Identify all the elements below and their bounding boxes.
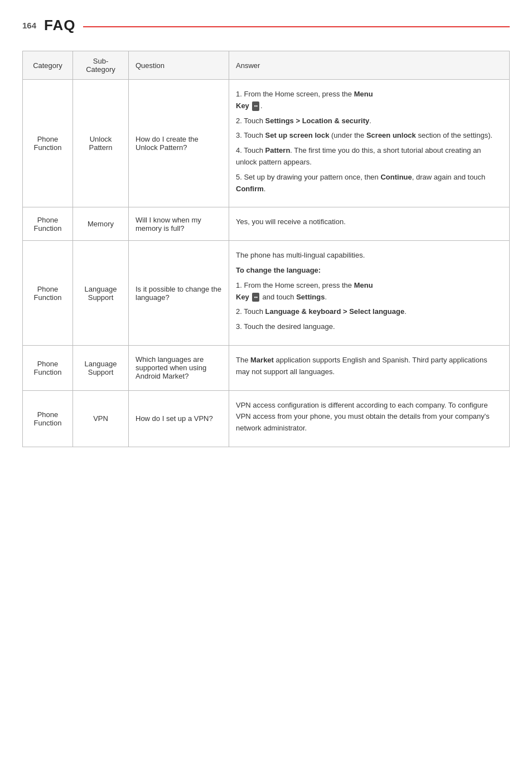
category-cell: PhoneFunction <box>23 80 73 207</box>
bold-text: Pattern <box>265 146 291 154</box>
answer-line: 1. From the Home screen, press the MenuK… <box>236 89 502 112</box>
page-title: FAQ <box>44 17 75 34</box>
bold-text: Set up screen lock <box>265 131 330 139</box>
answer-cell: VPN access configuration is different ac… <box>229 390 510 447</box>
question-cell: Will I know when my memory is full? <box>129 207 229 241</box>
bold-text: Settings > Location & security <box>265 117 370 125</box>
answer-line: 2. Touch Language & keyboard > Select la… <box>236 306 502 318</box>
bold-text: Confirm <box>236 185 264 193</box>
category-cell: PhoneFunction <box>23 390 73 447</box>
subcategory-cell: UnlockPattern <box>73 80 129 207</box>
col-header-question: Question <box>129 51 229 80</box>
answer-line: VPN access configuration is different ac… <box>236 400 502 434</box>
table-row: PhoneFunction Memory Will I know when my… <box>23 207 510 241</box>
category-cell: PhoneFunction <box>23 345 73 390</box>
bold-text: Settings <box>296 293 325 301</box>
answer-cell: The Market application supports English … <box>229 345 510 390</box>
bold-text: Screen unlock <box>366 131 416 139</box>
col-header-subcategory: Sub-Category <box>73 51 129 80</box>
question-cell: How do I create the Unlock Pattern? <box>129 80 229 207</box>
faq-table: Category Sub-Category Question Answer Ph… <box>22 51 510 447</box>
menu-icon: ▪▪ <box>252 293 259 302</box>
table-row: PhoneFunction UnlockPattern How do I cre… <box>23 80 510 207</box>
page-number: 164 <box>22 21 36 30</box>
answer-line: 3. Touch the desired language. <box>236 321 502 333</box>
bold-text: Language & keyboard > Select language <box>265 307 405 316</box>
answer-cell: Yes, you will receive a notification. <box>229 207 510 241</box>
bold-text: Market <box>250 356 274 364</box>
answer-line: To change the language: <box>236 265 502 277</box>
answer-line: 1. From the Home screen, press the MenuK… <box>236 280 502 303</box>
question-cell: Which languages are supported when using… <box>129 345 229 390</box>
page-header: 164 FAQ <box>22 17 510 37</box>
category-cell: PhoneFunction <box>23 207 73 241</box>
col-header-answer: Answer <box>229 51 510 80</box>
table-row: PhoneFunction VPN How do I set up a VPN?… <box>23 390 510 447</box>
question-cell: How do I set up a VPN? <box>129 390 229 447</box>
answer-cell: 1. From the Home screen, press the MenuK… <box>229 80 510 207</box>
answer-cell: The phone has multi-lingual capabilities… <box>229 241 510 346</box>
table-row: PhoneFunction LanguageSupport Is it poss… <box>23 241 510 346</box>
bold-text: Continue <box>380 173 412 181</box>
answer-line: 4. Touch Pattern. The first time you do … <box>236 145 502 168</box>
category-cell: PhoneFunction <box>23 241 73 346</box>
subcategory-cell: VPN <box>73 390 129 447</box>
subcategory-cell: LanguageSupport <box>73 345 129 390</box>
answer-line: The Market application supports English … <box>236 355 502 378</box>
answer-line: 3. Touch Set up screen lock (under the S… <box>236 130 502 142</box>
subcategory-cell: Memory <box>73 207 129 241</box>
col-header-category: Category <box>23 51 73 80</box>
question-cell: Is it possible to change the language? <box>129 241 229 346</box>
bold-text: To change the language: <box>236 266 321 274</box>
answer-line: The phone has multi-lingual capabilities… <box>236 250 502 262</box>
answer-line: 2. Touch Settings > Location & security. <box>236 115 502 127</box>
table-header-row: Category Sub-Category Question Answer <box>23 51 510 80</box>
menu-icon: ▪▪ <box>252 101 259 110</box>
table-row: PhoneFunction LanguageSupport Which lang… <box>23 345 510 390</box>
subcategory-cell: LanguageSupport <box>73 241 129 346</box>
answer-line: Yes, you will receive a notification. <box>236 216 502 228</box>
answer-line: 5. Set up by drawing your pattern once, … <box>236 172 502 195</box>
header-line <box>83 26 510 27</box>
